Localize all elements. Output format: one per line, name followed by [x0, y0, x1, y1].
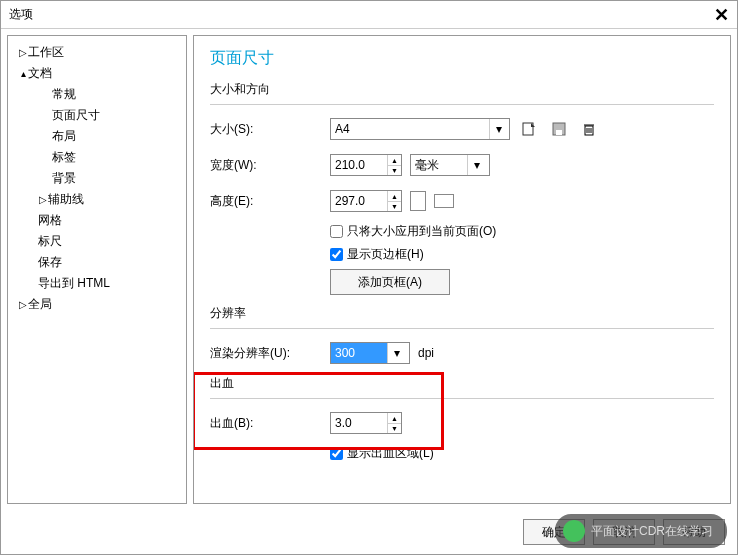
row-width: 宽度(W): ▲▼ ▾: [210, 151, 714, 179]
tree-global[interactable]: ▷全局: [12, 294, 182, 315]
watermark-overlay: 平面设计CDR在线学习: [555, 514, 727, 548]
width-input[interactable]: [331, 155, 387, 175]
label-bleed: 出血(B):: [210, 415, 330, 432]
label-width: 宽度(W):: [210, 157, 330, 174]
tree-labels[interactable]: 标签: [12, 147, 182, 168]
chevron-down-icon[interactable]: ▾: [467, 155, 485, 175]
landscape-icon[interactable]: [434, 194, 454, 208]
chevron-down-icon[interactable]: ▾: [489, 119, 507, 139]
row-show-border: 显示页边框(H): [330, 246, 714, 263]
chevron-right-icon: ▷: [18, 47, 28, 58]
render-res-input[interactable]: [331, 343, 387, 363]
save-icon[interactable]: [548, 118, 570, 140]
size-combo[interactable]: ▾: [330, 118, 510, 140]
row-size: 大小(S): ▾: [210, 115, 714, 143]
label-render-res: 渲染分辨率(U):: [210, 345, 330, 362]
height-spinner[interactable]: ▲▼: [330, 190, 402, 212]
close-icon[interactable]: ✕: [714, 4, 729, 26]
bleed-spinner[interactable]: ▲▼: [330, 412, 402, 434]
dialog-title: 选项: [9, 6, 33, 23]
divider: [210, 328, 714, 329]
tree-guidelines[interactable]: ▷辅助线: [12, 189, 182, 210]
tree-page-size[interactable]: 页面尺寸: [12, 105, 182, 126]
spin-up-icon[interactable]: ▲: [387, 155, 401, 165]
size-input[interactable]: [331, 119, 489, 139]
dialog-body: ▷工作区 ▴文档 常规 页面尺寸 布局 标签 背景 ▷辅助线 网格 标尺 保存 …: [1, 29, 737, 510]
delete-icon[interactable]: [578, 118, 600, 140]
titlebar: 选项 ✕: [1, 1, 737, 29]
options-dialog: 选项 ✕ ▷工作区 ▴文档 常规 页面尺寸 布局 标签 背景 ▷辅助线 网格 标…: [0, 0, 738, 555]
label-show-border: 显示页边框(H): [347, 246, 424, 263]
label-show-bleed: 显示出血区域(L): [347, 445, 434, 462]
wechat-icon: [563, 520, 585, 542]
spin-up-icon[interactable]: ▲: [387, 191, 401, 201]
divider: [210, 104, 714, 105]
label-dpi: dpi: [418, 346, 434, 360]
dialog-footer: 确定 取消 帮助 平面设计CDR在线学习: [1, 510, 737, 554]
tree-background[interactable]: 背景: [12, 168, 182, 189]
chevron-right-icon: ▷: [18, 299, 28, 310]
show-border-checkbox[interactable]: [330, 248, 343, 261]
spin-up-icon[interactable]: ▲: [387, 413, 401, 423]
unit-combo[interactable]: ▾: [410, 154, 490, 176]
row-bleed: 出血(B): ▲▼: [210, 409, 714, 437]
render-res-combo[interactable]: ▾: [330, 342, 410, 364]
chevron-right-icon: ▷: [38, 194, 48, 205]
spin-down-icon[interactable]: ▼: [387, 423, 401, 433]
height-input[interactable]: [331, 191, 387, 211]
tree-sidebar: ▷工作区 ▴文档 常规 页面尺寸 布局 标签 背景 ▷辅助线 网格 标尺 保存 …: [7, 35, 187, 504]
label-apply-current: 只将大小应用到当前页面(O): [347, 223, 496, 240]
row-render-res: 渲染分辨率(U): ▾ dpi: [210, 339, 714, 367]
show-bleed-checkbox[interactable]: [330, 447, 343, 460]
section-resolution: 分辨率: [210, 305, 714, 322]
divider: [210, 398, 714, 399]
spin-down-icon[interactable]: ▼: [387, 165, 401, 175]
row-show-bleed: 显示出血区域(L): [330, 445, 714, 462]
tree-grid[interactable]: 网格: [12, 210, 182, 231]
tree-general[interactable]: 常规: [12, 84, 182, 105]
tree-workspace[interactable]: ▷工作区: [12, 42, 182, 63]
tree-save[interactable]: 保存: [12, 252, 182, 273]
tree-export-html[interactable]: 导出到 HTML: [12, 273, 182, 294]
section-size: 大小和方向: [210, 81, 714, 98]
chevron-down-icon: ▴: [18, 68, 28, 79]
row-add-frame: 添加页框(A): [330, 269, 714, 295]
svg-rect-2: [556, 130, 562, 135]
apply-current-checkbox[interactable]: [330, 225, 343, 238]
add-frame-button[interactable]: 添加页框(A): [330, 269, 450, 295]
page-preset-icon[interactable]: [518, 118, 540, 140]
main-panel: 页面尺寸 大小和方向 大小(S): ▾ 宽度(W): ▲▼: [193, 35, 731, 504]
row-height: 高度(E): ▲▼: [210, 187, 714, 215]
page-title: 页面尺寸: [210, 48, 714, 69]
tree-document[interactable]: ▴文档: [12, 63, 182, 84]
label-height: 高度(E):: [210, 193, 330, 210]
bleed-input[interactable]: [331, 413, 387, 433]
row-apply-current: 只将大小应用到当前页面(O): [330, 223, 714, 240]
watermark-text: 平面设计CDR在线学习: [591, 523, 713, 540]
unit-input[interactable]: [411, 155, 467, 175]
section-bleed: 出血: [210, 375, 714, 392]
chevron-down-icon[interactable]: ▾: [387, 343, 405, 363]
spin-down-icon[interactable]: ▼: [387, 201, 401, 211]
tree-ruler[interactable]: 标尺: [12, 231, 182, 252]
tree-layout[interactable]: 布局: [12, 126, 182, 147]
width-spinner[interactable]: ▲▼: [330, 154, 402, 176]
portrait-icon[interactable]: [410, 191, 426, 211]
label-size: 大小(S):: [210, 121, 330, 138]
